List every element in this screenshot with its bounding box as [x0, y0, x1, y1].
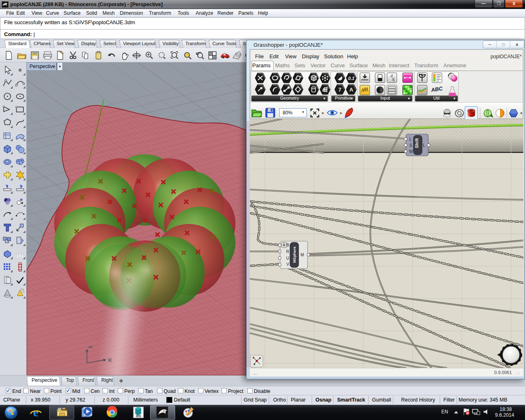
svg-text:B: B: [286, 243, 289, 247]
svg-text:L: L: [409, 137, 412, 142]
svg-text:5: 5: [392, 77, 395, 82]
svg-text:L: L: [423, 143, 425, 148]
svg-text:7: 7: [338, 87, 341, 93]
svg-text:e: e: [33, 406, 39, 419]
svg-text:V: V: [286, 262, 289, 267]
svg-text:3DS: 3DS: [136, 415, 141, 418]
svg-text:S: S: [409, 143, 412, 148]
svg-text:Shift: Shift: [414, 138, 419, 148]
svg-text:R: R: [286, 249, 289, 254]
svg-text:U: U: [286, 256, 289, 260]
svg-text:M: M: [301, 253, 304, 257]
svg-text:0.1: 0.1: [348, 76, 354, 81]
svg-text:A: A: [349, 87, 354, 93]
svg-text:MSphere: MSphere: [292, 247, 297, 263]
svg-text:W: W: [409, 149, 413, 154]
